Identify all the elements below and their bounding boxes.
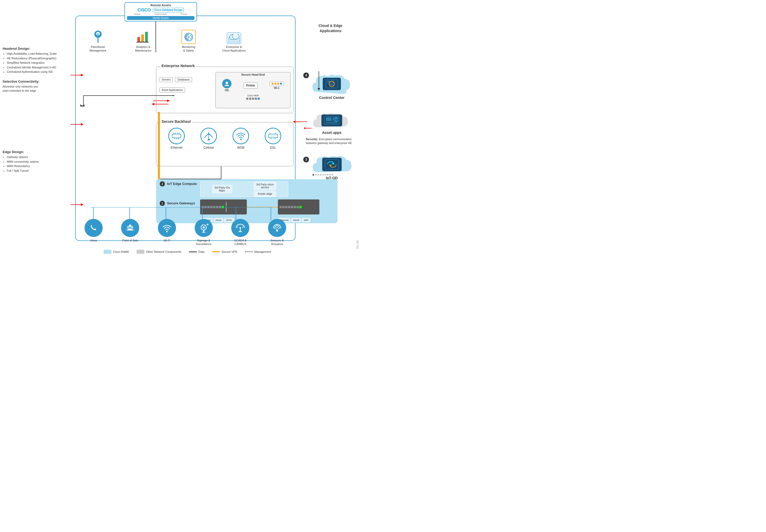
secure-gw-section-label: 1 Secure Gateways: [160, 201, 195, 206]
svg-line-63: [242, 226, 244, 228]
fleet-icon: [90, 28, 106, 44]
enterprise-network-title: Enterprise Network: [160, 64, 196, 68]
tag-wifi-tag: WiFi: [302, 218, 310, 222]
icon-scada: SCADA &CANBUS: [226, 219, 255, 246]
secure-backhaul-box: Secure Backhaul: [156, 122, 294, 166]
app-fleet: Fleet/AssetManagement: [81, 28, 115, 53]
other-network-color: [136, 250, 144, 254]
headend-item-5: Centralized Authentication using ISE: [7, 70, 73, 74]
cvd-title: Cisco Validated Design: [154, 9, 182, 12]
server-db-row: Servers Databases: [159, 77, 192, 82]
cisco-logo-text: CISCO: [138, 8, 151, 12]
voice-label: Voice: [90, 239, 97, 242]
icon-voice: Voice: [79, 219, 108, 242]
vpn-line: [212, 251, 220, 252]
iox-label: 3rd Party IOxApps.: [215, 186, 230, 192]
iot-compute-box: 3rd Party IOxApps. 3rd Party microservic…: [200, 181, 288, 197]
svg-line-62: [237, 226, 238, 228]
iot-edge-compute-label: 2 IoT Edge Compute: [160, 181, 197, 186]
data-label: Data: [198, 250, 204, 253]
scada-circle: [231, 219, 249, 237]
her-dot-2: [249, 98, 251, 100]
svg-marker-46: [293, 120, 296, 123]
bottom-icons-row: Voice Point of Sale: [75, 219, 296, 246]
secure-gw-label: Secure Gateways: [167, 201, 195, 205]
signage-circle: [195, 219, 213, 237]
wlc-dots: [270, 81, 284, 86]
prime-item: Prime: [244, 82, 258, 89]
legend-data: Data: [189, 250, 204, 254]
cvd-badge: Cisco Validated Design: [153, 8, 184, 12]
bottom-connect-lines: [75, 207, 296, 220]
svg-point-11: [232, 34, 239, 39]
kinetic-edge-box: Kinetic edge: [254, 191, 276, 197]
num-3-badge: 3: [303, 157, 309, 162]
svg-marker-80: [167, 99, 170, 102]
edge-design-section: Edge Design: Gateway options WAN connect…: [3, 150, 73, 173]
icon-sensors: Sensors &Actuators: [263, 219, 291, 246]
svg-rect-4: [141, 34, 144, 42]
app-icons-row: Fleet/AssetManagement Analytics &Mainten…: [75, 28, 257, 53]
control-center-label: Control Center: [306, 96, 358, 100]
svg-marker-88: [304, 127, 305, 130]
selective-text: Advertise only networks youwant extended…: [3, 84, 73, 93]
edge-arrow: [70, 202, 83, 207]
vpn-line-vertical: [158, 112, 160, 179]
svg-rect-44: [326, 122, 338, 124]
secure-head-end-box: Secure Head End ISE Prime: [216, 72, 291, 108]
cisco-logo-area: CISCO Cisco Validated Design: [127, 8, 195, 12]
svg-marker-84: [318, 88, 320, 91]
svg-point-55: [203, 226, 205, 228]
her-dots-row: [216, 98, 290, 100]
wlc-label: WLC: [274, 87, 280, 89]
svg-marker-35: [81, 123, 83, 126]
edge-list: Gateway options WAN connectivity options…: [3, 155, 73, 173]
svg-point-14: [226, 82, 228, 84]
mgmt-line: [245, 251, 253, 252]
cellular-circle: [201, 128, 217, 144]
svg-point-50: [129, 225, 131, 227]
sensors-label: Sensors &Actuators: [271, 239, 284, 246]
micro-label: 3rd Party microservice: [256, 183, 274, 189]
ethernet-circle: [168, 128, 185, 144]
svg-rect-58: [207, 224, 209, 225]
security-arrow: [293, 119, 307, 124]
horiz-conn-top: [158, 179, 222, 179]
svg-rect-3: [137, 37, 140, 42]
cisco-her-label: Cisco HER: [216, 94, 290, 97]
svg-rect-57: [202, 232, 206, 233]
svg-marker-33: [81, 74, 83, 76]
svg-point-2: [97, 33, 99, 35]
selective-title: Selective Connectivity:: [3, 80, 73, 83]
ise-item: ISE: [222, 79, 232, 92]
edge-item-1: Gateway options: [7, 155, 73, 160]
cloud-edge-section: Cloud & EdgeApplications: [306, 23, 355, 33]
backhaul-icons: Ethernet Cellular: [156, 123, 293, 152]
remote-assets-box: Remote Assets CISCO Cisco Validated Desi…: [124, 2, 197, 21]
ise-icon: [222, 79, 232, 88]
svg-rect-60: [239, 231, 242, 232]
legend-section: Cisco RaMA Other Network Components Data…: [104, 250, 271, 254]
legend-other-network: Other Network Components: [136, 250, 181, 254]
cisco-rama-color: [104, 250, 111, 254]
micro-service-box: 3rd Party microservice: [254, 182, 276, 190]
num-4-badge: 4: [303, 73, 309, 78]
wgb-circle: [233, 128, 249, 144]
num-2-badge: 2: [160, 181, 165, 186]
her-dot-3: [252, 98, 254, 100]
edge-item-3: WAN Redundancy: [7, 164, 73, 169]
iot-od-cloud-shape: [311, 154, 353, 175]
svg-point-25: [240, 139, 242, 140]
edge-design-title: Edge Design:: [3, 150, 73, 154]
mgmt-label: Management: [254, 250, 271, 253]
databases-box: Databases: [175, 77, 192, 82]
ise-label: ISE: [225, 89, 229, 92]
implemented-label: Implemented: [154, 13, 166, 15]
cellular-label: Cellular: [204, 146, 214, 149]
backhaul-cellular: Cellular: [201, 128, 217, 149]
tested-label: Tested: [134, 13, 140, 15]
ent-cc-line: [318, 70, 333, 91]
scada-label: SCADA &CANBUS: [234, 239, 247, 246]
prime-box: Prime: [244, 82, 258, 89]
cisco-rama-label: Cisco RaMA: [113, 250, 129, 253]
